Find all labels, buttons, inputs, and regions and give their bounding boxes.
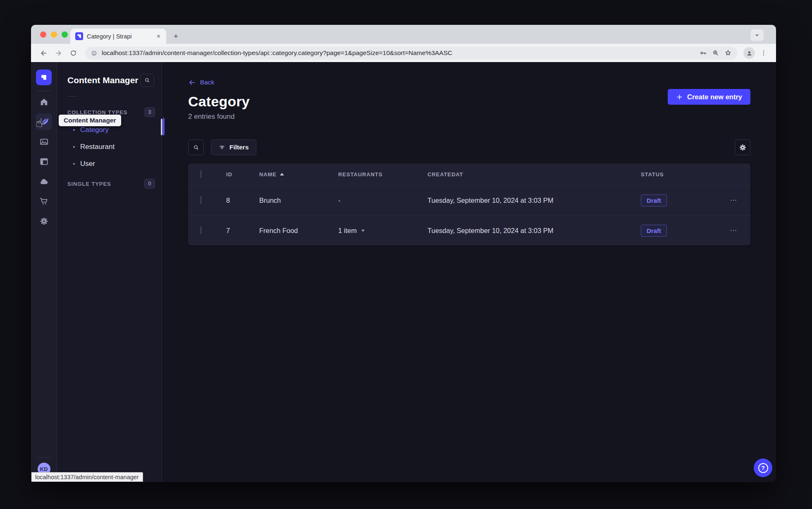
rail-icons bbox=[36, 94, 52, 229]
rail-divider bbox=[37, 457, 51, 458]
entries-table: ID NAME RESTAURANTS CREATEDAT STATUS 8 B… bbox=[188, 163, 750, 245]
row-checkbox[interactable] bbox=[201, 196, 201, 204]
table-row[interactable]: 8 Brunch - Tuesday, September 10, 2024 a… bbox=[188, 185, 750, 215]
subnav-item-label: User bbox=[80, 160, 95, 168]
single-types-label: SINGLE TYPES bbox=[67, 181, 111, 187]
row-actions-menu-icon[interactable] bbox=[722, 196, 750, 205]
cell-id: 8 bbox=[226, 197, 259, 204]
back-link[interactable]: Back bbox=[188, 78, 750, 87]
tab-close-icon[interactable] bbox=[155, 33, 162, 40]
entries-count: 2 entries found bbox=[188, 113, 750, 121]
cell-createdat: Tuesday, September 10, 2024 at 3:03 PM bbox=[427, 227, 641, 235]
question-mark-icon: ? bbox=[758, 463, 768, 473]
browser-status-bar-url: localhost:1337/admin/content-manager bbox=[31, 472, 143, 482]
filters-label: Filters bbox=[229, 144, 249, 151]
forward-icon[interactable] bbox=[52, 47, 64, 59]
chevron-down-icon bbox=[361, 230, 365, 232]
plus-icon bbox=[676, 94, 683, 101]
browser-tabstrip: Category | Strapi bbox=[31, 25, 776, 44]
window-controls bbox=[40, 31, 68, 38]
url-text[interactable]: localhost:1337/admin/content-manager/col… bbox=[102, 49, 695, 57]
filters-row: Filters bbox=[188, 139, 750, 155]
row-checkbox[interactable] bbox=[201, 226, 201, 234]
content-manager-tooltip: Content Manager bbox=[59, 115, 121, 126]
subnav-scrollbar-thumb[interactable] bbox=[161, 119, 162, 135]
column-header-restaurants[interactable]: RESTAURANTS bbox=[338, 171, 427, 178]
cell-name: Brunch bbox=[259, 197, 338, 204]
reload-icon[interactable] bbox=[67, 47, 79, 59]
screenshot-stage: Category | Strapi bbox=[0, 0, 812, 509]
bullet-icon bbox=[73, 163, 75, 165]
strapi-favicon-icon bbox=[75, 32, 83, 40]
table-settings-gear-icon[interactable] bbox=[735, 139, 750, 155]
zoom-window-button[interactable] bbox=[62, 31, 68, 38]
column-header-status: STATUS bbox=[641, 171, 722, 178]
info-icon[interactable] bbox=[91, 50, 98, 57]
star-icon[interactable] bbox=[724, 49, 732, 57]
collection-types-count-badge: 3 bbox=[144, 107, 155, 117]
collection-types-list: Category Restaurant User bbox=[57, 121, 162, 172]
main-content: Back Category 2 entries found Create new… bbox=[162, 62, 776, 482]
subnav-title: Content Manager bbox=[67, 75, 139, 85]
zoom-plus-icon[interactable] bbox=[712, 49, 720, 57]
single-types-count-badge: 0 bbox=[144, 179, 155, 189]
tab-title: Category | Strapi bbox=[87, 33, 151, 40]
active-item-indicator bbox=[163, 118, 165, 135]
select-all-checkbox[interactable] bbox=[201, 170, 201, 178]
nav-rail: KD bbox=[31, 62, 57, 482]
cloud-icon[interactable] bbox=[36, 173, 52, 190]
row-actions-menu-icon[interactable] bbox=[722, 226, 750, 235]
browser-window: Category | Strapi bbox=[31, 25, 776, 482]
cell-name: French Food bbox=[259, 227, 338, 235]
bullet-icon bbox=[73, 129, 75, 131]
tab-search-chevron-icon[interactable] bbox=[750, 29, 764, 41]
table-row[interactable]: 7 French Food 1 item Tuesday, September … bbox=[188, 215, 750, 245]
cell-createdat: Tuesday, September 10, 2024 at 3:03 PM bbox=[427, 197, 641, 204]
minimize-window-button[interactable] bbox=[51, 31, 57, 38]
hand-cursor-icon: ☝ bbox=[36, 116, 43, 130]
browser-tab[interactable]: Category | Strapi bbox=[70, 29, 166, 44]
filters-button[interactable]: Filters bbox=[211, 139, 256, 155]
back-label: Back bbox=[200, 79, 214, 86]
status-badge: Draft bbox=[641, 225, 667, 237]
content-type-builder-icon[interactable] bbox=[36, 153, 52, 170]
subnav-item-user[interactable]: User bbox=[57, 155, 162, 172]
url-bar[interactable]: localhost:1337/admin/content-manager/col… bbox=[85, 47, 738, 60]
search-icon[interactable] bbox=[140, 74, 154, 87]
subnav-item-label: Restaurant bbox=[80, 143, 115, 151]
search-icon[interactable] bbox=[188, 139, 204, 155]
back-icon[interactable] bbox=[37, 47, 50, 59]
cell-id: 7 bbox=[226, 227, 259, 235]
strapi-app: KD Content Manager COLLECTION TYPES 3 bbox=[31, 62, 776, 482]
table-header-row: ID NAME RESTAURANTS CREATEDAT STATUS bbox=[188, 163, 750, 185]
help-button[interactable]: ? bbox=[754, 459, 772, 477]
back-arrow-icon bbox=[188, 79, 196, 86]
key-icon[interactable] bbox=[699, 49, 707, 57]
page-title: Category bbox=[188, 94, 750, 110]
create-new-entry-label: Create new entry bbox=[687, 93, 742, 101]
rail-divider bbox=[37, 91, 51, 91]
column-header-createdat[interactable]: CREATEDAT bbox=[427, 171, 641, 178]
subnav-item-restaurant[interactable]: Restaurant bbox=[57, 138, 162, 155]
media-library-icon[interactable] bbox=[36, 133, 52, 150]
subnav-item-label: Category bbox=[80, 126, 109, 134]
cell-restaurants: - bbox=[338, 197, 427, 204]
subnav-divider bbox=[67, 96, 77, 96]
sort-ascending-icon bbox=[280, 173, 284, 175]
new-tab-button[interactable] bbox=[170, 30, 182, 42]
column-header-name[interactable]: NAME bbox=[259, 171, 338, 178]
bullet-icon bbox=[73, 146, 75, 148]
marketplace-icon[interactable] bbox=[36, 193, 52, 209]
filter-icon bbox=[218, 144, 226, 151]
browser-toolbar: localhost:1337/admin/content-manager/col… bbox=[31, 44, 776, 62]
column-header-id[interactable]: ID bbox=[226, 171, 259, 178]
settings-icon[interactable] bbox=[36, 213, 52, 229]
status-badge: Draft bbox=[641, 194, 667, 206]
strapi-logo[interactable] bbox=[36, 70, 52, 85]
profile-icon[interactable] bbox=[743, 47, 755, 59]
create-new-entry-button[interactable]: Create new entry bbox=[668, 89, 750, 105]
cell-restaurants[interactable]: 1 item bbox=[338, 227, 427, 235]
close-window-button[interactable] bbox=[40, 31, 46, 38]
home-icon[interactable] bbox=[36, 94, 52, 110]
kebab-menu-icon[interactable] bbox=[757, 47, 770, 59]
